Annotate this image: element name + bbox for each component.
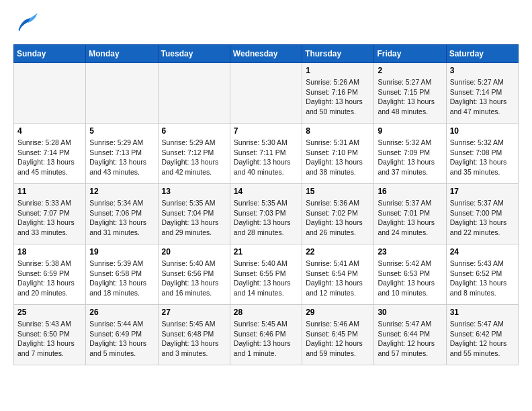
calendar-week-3: 11Sunrise: 5:33 AM Sunset: 7:07 PM Dayli… [14, 184, 519, 244]
calendar-cell: 18Sunrise: 5:38 AM Sunset: 6:59 PM Dayli… [14, 244, 86, 305]
calendar-cell: 20Sunrise: 5:40 AM Sunset: 6:56 PM Dayli… [158, 244, 230, 305]
day-info: Sunrise: 5:41 AM Sunset: 6:54 PM Dayligh… [306, 259, 370, 298]
calendar-cell: 24Sunrise: 5:43 AM Sunset: 6:52 PM Dayli… [446, 244, 518, 305]
calendar-cell: 21Sunrise: 5:40 AM Sunset: 6:55 PM Dayli… [230, 244, 302, 305]
logo-bird-icon [13, 13, 38, 34]
day-info: Sunrise: 5:46 AM Sunset: 6:45 PM Dayligh… [306, 319, 370, 359]
calendar-week-1: 1Sunrise: 5:26 AM Sunset: 7:16 PM Daylig… [14, 63, 519, 124]
calendar-body: 1Sunrise: 5:26 AM Sunset: 7:16 PM Daylig… [14, 63, 519, 365]
day-number: 10 [450, 126, 515, 136]
calendar-cell: 16Sunrise: 5:37 AM Sunset: 7:01 PM Dayli… [374, 184, 446, 244]
calendar-table: SundayMondayTuesdayWednesdayThursdayFrid… [13, 44, 519, 365]
day-number: 30 [378, 308, 442, 317]
calendar-cell [14, 63, 86, 124]
day-number: 28 [234, 308, 298, 317]
day-info: Sunrise: 5:32 AM Sunset: 7:09 PM Dayligh… [378, 138, 442, 177]
calendar-cell [158, 63, 230, 124]
day-number: 9 [378, 126, 442, 136]
day-number: 24 [450, 247, 515, 257]
day-info: Sunrise: 5:45 AM Sunset: 6:48 PM Dayligh… [162, 319, 226, 359]
day-info: Sunrise: 5:43 AM Sunset: 6:52 PM Dayligh… [450, 259, 515, 298]
day-number: 13 [162, 187, 226, 196]
day-info: Sunrise: 5:35 AM Sunset: 7:03 PM Dayligh… [234, 198, 298, 238]
day-info: Sunrise: 5:47 AM Sunset: 6:42 PM Dayligh… [450, 319, 515, 359]
day-number: 26 [89, 308, 154, 317]
day-number: 18 [17, 247, 82, 257]
day-info: Sunrise: 5:39 AM Sunset: 6:58 PM Dayligh… [89, 259, 154, 298]
calendar-cell: 13Sunrise: 5:35 AM Sunset: 7:04 PM Dayli… [158, 184, 230, 244]
day-number: 7 [234, 126, 298, 136]
day-number: 1 [306, 66, 370, 75]
calendar-cell: 6Sunrise: 5:29 AM Sunset: 7:12 PM Daylig… [158, 124, 230, 184]
day-info: Sunrise: 5:45 AM Sunset: 6:46 PM Dayligh… [234, 319, 298, 359]
header-cell-wednesday: Wednesday [230, 45, 302, 63]
header-cell-saturday: Saturday [446, 45, 518, 63]
day-number: 27 [162, 308, 226, 317]
day-info: Sunrise: 5:36 AM Sunset: 7:02 PM Dayligh… [306, 198, 370, 238]
header-cell-sunday: Sunday [14, 45, 86, 63]
header-cell-monday: Monday [86, 45, 158, 63]
calendar-cell: 29Sunrise: 5:46 AM Sunset: 6:45 PM Dayli… [302, 305, 374, 365]
day-info: Sunrise: 5:26 AM Sunset: 7:16 PM Dayligh… [306, 77, 370, 117]
day-number: 19 [89, 247, 154, 257]
day-number: 16 [378, 187, 442, 196]
calendar-cell: 8Sunrise: 5:31 AM Sunset: 7:10 PM Daylig… [302, 124, 374, 184]
day-info: Sunrise: 5:47 AM Sunset: 6:44 PM Dayligh… [378, 319, 442, 359]
calendar-cell: 1Sunrise: 5:26 AM Sunset: 7:16 PM Daylig… [302, 63, 374, 124]
day-number: 23 [378, 247, 442, 257]
day-info: Sunrise: 5:42 AM Sunset: 6:53 PM Dayligh… [378, 259, 442, 298]
header-cell-thursday: Thursday [302, 45, 374, 63]
day-number: 21 [234, 247, 298, 257]
day-info: Sunrise: 5:40 AM Sunset: 6:55 PM Dayligh… [234, 259, 298, 298]
day-number: 3 [450, 66, 515, 75]
day-info: Sunrise: 5:31 AM Sunset: 7:10 PM Dayligh… [306, 138, 370, 177]
calendar-cell: 4Sunrise: 5:28 AM Sunset: 7:14 PM Daylig… [14, 124, 86, 184]
day-info: Sunrise: 5:43 AM Sunset: 6:50 PM Dayligh… [17, 319, 82, 359]
calendar-cell: 5Sunrise: 5:29 AM Sunset: 7:13 PM Daylig… [86, 124, 158, 184]
day-info: Sunrise: 5:30 AM Sunset: 7:11 PM Dayligh… [234, 138, 298, 177]
calendar-cell: 23Sunrise: 5:42 AM Sunset: 6:53 PM Dayli… [374, 244, 446, 305]
calendar-cell: 11Sunrise: 5:33 AM Sunset: 7:07 PM Dayli… [14, 184, 86, 244]
day-info: Sunrise: 5:27 AM Sunset: 7:15 PM Dayligh… [378, 77, 442, 117]
calendar-cell: 22Sunrise: 5:41 AM Sunset: 6:54 PM Dayli… [302, 244, 374, 305]
header-row: SundayMondayTuesdayWednesdayThursdayFrid… [14, 45, 519, 63]
day-info: Sunrise: 5:29 AM Sunset: 7:12 PM Dayligh… [162, 138, 226, 177]
calendar-header: SundayMondayTuesdayWednesdayThursdayFrid… [14, 45, 519, 63]
calendar-cell: 9Sunrise: 5:32 AM Sunset: 7:09 PM Daylig… [374, 124, 446, 184]
day-info: Sunrise: 5:37 AM Sunset: 7:00 PM Dayligh… [450, 198, 515, 238]
day-number: 14 [234, 187, 298, 196]
day-number: 8 [306, 126, 370, 136]
day-number: 25 [17, 308, 82, 317]
day-info: Sunrise: 5:29 AM Sunset: 7:13 PM Dayligh… [89, 138, 154, 177]
day-info: Sunrise: 5:44 AM Sunset: 6:49 PM Dayligh… [89, 319, 154, 359]
calendar-cell: 27Sunrise: 5:45 AM Sunset: 6:48 PM Dayli… [158, 305, 230, 365]
calendar-cell: 12Sunrise: 5:34 AM Sunset: 7:06 PM Dayli… [86, 184, 158, 244]
calendar-week-5: 25Sunrise: 5:43 AM Sunset: 6:50 PM Dayli… [14, 305, 519, 365]
day-number: 22 [306, 247, 370, 257]
calendar-cell: 26Sunrise: 5:44 AM Sunset: 6:49 PM Dayli… [86, 305, 158, 365]
page-header [13, 13, 519, 34]
day-number: 2 [378, 66, 442, 75]
calendar-cell: 15Sunrise: 5:36 AM Sunset: 7:02 PM Dayli… [302, 184, 374, 244]
header-cell-friday: Friday [374, 45, 446, 63]
calendar-cell: 19Sunrise: 5:39 AM Sunset: 6:58 PM Dayli… [86, 244, 158, 305]
calendar-cell [230, 63, 302, 124]
calendar-week-2: 4Sunrise: 5:28 AM Sunset: 7:14 PM Daylig… [14, 124, 519, 184]
day-number: 4 [17, 126, 82, 136]
calendar-cell: 30Sunrise: 5:47 AM Sunset: 6:44 PM Dayli… [374, 305, 446, 365]
day-number: 17 [450, 187, 515, 196]
calendar-cell: 7Sunrise: 5:30 AM Sunset: 7:11 PM Daylig… [230, 124, 302, 184]
logo [13, 13, 40, 34]
day-info: Sunrise: 5:28 AM Sunset: 7:14 PM Dayligh… [17, 138, 82, 177]
header-cell-tuesday: Tuesday [158, 45, 230, 63]
day-info: Sunrise: 5:35 AM Sunset: 7:04 PM Dayligh… [162, 198, 226, 238]
day-number: 15 [306, 187, 370, 196]
day-info: Sunrise: 5:27 AM Sunset: 7:14 PM Dayligh… [450, 77, 515, 117]
calendar-cell: 10Sunrise: 5:32 AM Sunset: 7:08 PM Dayli… [446, 124, 518, 184]
day-info: Sunrise: 5:40 AM Sunset: 6:56 PM Dayligh… [162, 259, 226, 298]
day-number: 31 [450, 308, 515, 317]
day-number: 11 [17, 187, 82, 196]
calendar-cell: 14Sunrise: 5:35 AM Sunset: 7:03 PM Dayli… [230, 184, 302, 244]
day-info: Sunrise: 5:38 AM Sunset: 6:59 PM Dayligh… [17, 259, 82, 298]
calendar-cell: 28Sunrise: 5:45 AM Sunset: 6:46 PM Dayli… [230, 305, 302, 365]
